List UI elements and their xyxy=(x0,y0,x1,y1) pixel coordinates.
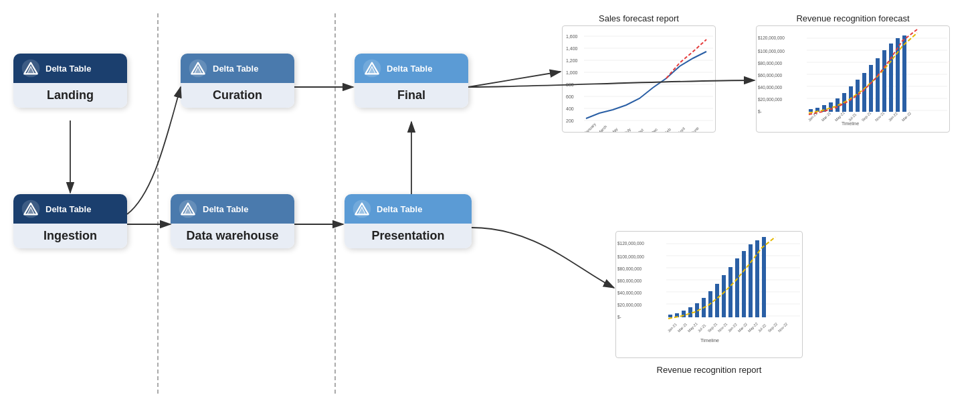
svg-text:Mar-22: Mar-22 xyxy=(901,111,912,123)
svg-text:May: May xyxy=(610,127,618,133)
chart-sales-forecast: 1,600 1,400 1,200 1,000 800 600 400 200 … xyxy=(562,25,716,133)
svg-text:May-22: May-22 xyxy=(747,321,759,333)
svg-text:June: June xyxy=(690,126,700,133)
divider-2 xyxy=(334,13,336,394)
node-final-label: Final xyxy=(355,83,468,108)
svg-text:$100,000,000: $100,000,000 xyxy=(758,49,785,54)
chart-revenue-report-title: Revenue recognition report xyxy=(615,365,803,375)
svg-rect-70 xyxy=(889,44,893,112)
svg-text:1,200: 1,200 xyxy=(566,58,578,63)
chart-revenue-forecast-title: Revenue recognition forecast xyxy=(756,13,950,23)
svg-rect-104 xyxy=(715,284,719,317)
svg-text:$80,000,000: $80,000,000 xyxy=(617,266,642,271)
node-ingestion-header: Delta Table xyxy=(13,194,127,224)
node-presentation-header-text: Delta Table xyxy=(377,204,422,214)
svg-text:Timeline: Timeline xyxy=(700,337,719,343)
svg-text:Oct: Oct xyxy=(637,128,644,133)
node-landing-label: Landing xyxy=(13,83,127,108)
node-landing-header: Delta Table xyxy=(13,54,127,83)
node-presentation: Delta Table Presentation xyxy=(345,194,472,248)
svg-text:March: March xyxy=(597,125,607,133)
svg-text:$60,000,000: $60,000,000 xyxy=(758,73,783,78)
delta-logo-curation xyxy=(189,59,207,78)
svg-text:January: January xyxy=(583,122,596,133)
svg-text:1,400: 1,400 xyxy=(566,46,578,51)
svg-text:1,000: 1,000 xyxy=(566,70,578,75)
node-curation-header-text: Delta Table xyxy=(213,64,258,74)
svg-text:Jul-21: Jul-21 xyxy=(697,323,707,333)
svg-rect-58 xyxy=(809,109,813,112)
svg-text:May-21: May-21 xyxy=(834,110,846,122)
revenue-forecast-svg: $120,000,000 $100,000,000 $80,000,000 $6… xyxy=(757,26,950,133)
svg-text:Sep-21: Sep-21 xyxy=(707,322,718,333)
svg-text:$80,000,000: $80,000,000 xyxy=(758,61,783,66)
svg-text:Jan-22: Jan-22 xyxy=(888,111,898,122)
svg-text:Mar-22: Mar-22 xyxy=(737,322,749,333)
svg-rect-106 xyxy=(728,267,732,317)
svg-text:Jan-21: Jan-21 xyxy=(667,322,678,333)
node-curation-label: Curation xyxy=(181,83,294,108)
node-datawarehouse-header-text: Delta Table xyxy=(203,204,248,214)
svg-text:1,600: 1,600 xyxy=(566,34,578,39)
svg-rect-97 xyxy=(668,315,672,317)
svg-text:$-: $- xyxy=(617,315,621,319)
svg-rect-108 xyxy=(742,251,746,317)
svg-rect-111 xyxy=(762,237,766,317)
svg-text:Dec: Dec xyxy=(650,127,658,133)
svg-rect-109 xyxy=(749,244,753,317)
svg-text:Nov-21: Nov-21 xyxy=(717,322,728,333)
svg-text:Mar-21: Mar-21 xyxy=(677,322,688,333)
svg-rect-65 xyxy=(856,80,860,112)
svg-text:$100,000,000: $100,000,000 xyxy=(617,254,644,259)
svg-text:$40,000,000: $40,000,000 xyxy=(617,291,642,295)
svg-text:400: 400 xyxy=(566,106,574,111)
node-ingestion-header-text: Delta Table xyxy=(45,204,91,214)
node-ingestion: Delta Table Ingestion xyxy=(13,194,127,248)
svg-text:Jan-22: Jan-22 xyxy=(727,322,738,333)
svg-text:Nov-21: Nov-21 xyxy=(874,111,886,123)
node-presentation-header: Delta Table xyxy=(345,194,472,224)
svg-text:$40,000,000: $40,000,000 xyxy=(758,85,783,90)
svg-text:800: 800 xyxy=(566,82,574,87)
chart-sales-forecast-title: Sales forecast report xyxy=(562,13,716,23)
node-final-header-text: Delta Table xyxy=(387,64,432,74)
node-final: Delta Table Final xyxy=(355,54,468,108)
node-presentation-label: Presentation xyxy=(345,224,472,248)
svg-text:$120,000,000: $120,000,000 xyxy=(617,241,644,246)
delta-logo-dw xyxy=(179,199,197,218)
svg-rect-67 xyxy=(869,65,873,112)
node-curation-header: Delta Table xyxy=(181,54,294,83)
delta-logo-presentation xyxy=(353,199,371,218)
node-landing: Delta Table Landing xyxy=(13,54,127,108)
delta-logo-final xyxy=(363,59,381,78)
chart-revenue-forecast: $120,000,000 $100,000,000 $80,000,000 $6… xyxy=(756,25,950,133)
svg-rect-66 xyxy=(862,73,866,112)
node-landing-header-text: Delta Table xyxy=(45,64,91,74)
svg-rect-105 xyxy=(722,275,726,317)
svg-rect-68 xyxy=(876,58,880,112)
svg-text:May-21: May-21 xyxy=(687,321,698,333)
svg-text:July: July xyxy=(623,127,631,133)
svg-text:200: 200 xyxy=(566,118,574,123)
sales-forecast-svg: 1,600 1,400 1,200 1,000 800 600 400 200 … xyxy=(563,26,716,133)
svg-text:$-: $- xyxy=(758,109,762,114)
svg-text:Feb: Feb xyxy=(664,127,672,133)
node-final-header: Delta Table xyxy=(355,54,468,83)
svg-text:April: April xyxy=(677,127,686,133)
svg-rect-72 xyxy=(902,35,906,112)
divider-1 xyxy=(157,13,159,394)
node-datawarehouse: Delta Table Data warehouse xyxy=(171,194,294,248)
main-canvas: Delta Table Landing Delta Table Ingestio… xyxy=(0,0,980,407)
chart-revenue-report: $120,000,000 $100,000,000 $80,000,000 $6… xyxy=(615,231,803,358)
svg-rect-69 xyxy=(882,50,886,112)
svg-text:$60,000,000: $60,000,000 xyxy=(617,278,642,283)
svg-rect-107 xyxy=(735,258,739,317)
svg-text:$20,000,000: $20,000,000 xyxy=(617,303,642,307)
svg-text:Nov-22: Nov-22 xyxy=(777,322,789,333)
node-datawarehouse-label: Data warehouse xyxy=(171,224,294,248)
node-ingestion-label: Ingestion xyxy=(13,224,127,248)
svg-text:$20,000,000: $20,000,000 xyxy=(758,97,783,102)
delta-logo-ingestion xyxy=(21,199,40,218)
svg-text:Sep-21: Sep-21 xyxy=(861,111,872,123)
svg-text:Mar-21: Mar-21 xyxy=(821,111,832,123)
